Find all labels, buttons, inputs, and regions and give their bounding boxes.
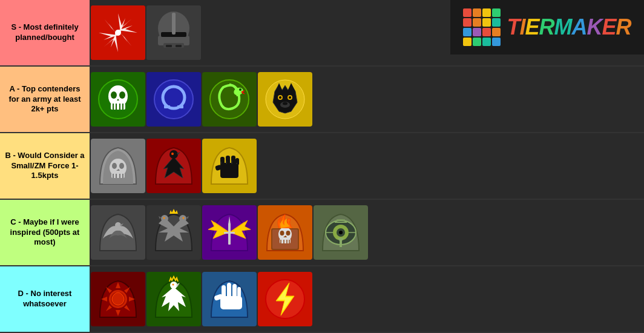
tier-item-b2[interactable]	[146, 139, 201, 193]
svg-point-86	[280, 231, 284, 236]
svg-rect-17	[176, 45, 182, 47]
tier-item-b3[interactable]	[202, 139, 257, 193]
tier-label-d: D - No interest whatsoever	[0, 266, 90, 332]
svg-point-87	[286, 231, 291, 236]
svg-rect-122	[220, 296, 242, 309]
svg-point-57	[169, 150, 178, 159]
svg-point-116	[172, 284, 174, 286]
tier-item-a3[interactable]	[202, 72, 257, 127]
svg-point-23	[119, 91, 125, 99]
tier-item-s1[interactable]	[91, 5, 145, 60]
svg-point-76	[183, 217, 185, 219]
tier-item-c4[interactable]	[258, 205, 312, 260]
tiermaker-logo: TiERMAKER	[463, 8, 631, 46]
tier-item-d2[interactable]	[146, 272, 201, 326]
tier-item-b1[interactable]	[91, 139, 145, 193]
tier-label-c: C - Maybe if I were inspired (500pts at …	[0, 200, 90, 265]
svg-point-44	[289, 96, 291, 99]
tier-row-s: S - Most definitely planned/bought	[0, 0, 644, 67]
svg-point-43	[279, 96, 281, 99]
tier-item-s2[interactable]	[146, 5, 201, 60]
svg-point-58	[171, 153, 174, 155]
tier-item-c2[interactable]	[146, 205, 201, 260]
svg-rect-100	[340, 239, 342, 247]
svg-point-50	[112, 163, 117, 169]
svg-point-22	[111, 91, 117, 99]
tier-item-c5[interactable]	[314, 205, 368, 260]
svg-point-36	[239, 88, 242, 91]
tier-item-a4[interactable]	[258, 72, 312, 127]
tiermaker-header: TiERMAKER	[450, 0, 644, 54]
tier-item-d1[interactable]	[91, 272, 145, 326]
tier-label-a: A - Top contenders for an army at least …	[0, 67, 90, 132]
svg-point-51	[119, 163, 124, 169]
svg-rect-16	[166, 45, 172, 47]
tier-item-c1[interactable]	[91, 205, 145, 260]
tier-label-s: S - Most definitely planned/bought	[0, 0, 90, 65]
logo-grid	[463, 8, 501, 46]
tier-items-a	[90, 67, 644, 132]
svg-rect-32	[177, 105, 183, 108]
tier-items-c	[90, 200, 644, 265]
tier-item-d4[interactable]	[258, 272, 312, 326]
tier-row-b: B - Would Consider a Small/ZM Force 1-1.…	[0, 133, 644, 200]
tier-table: S - Most definitely planned/bought	[0, 0, 644, 333]
svg-point-71	[115, 222, 121, 228]
tiermaker-text: TiERMAKER	[507, 15, 631, 40]
tier-items-d	[90, 266, 644, 332]
tier-row-a: A - Top contenders for an army at least …	[0, 67, 644, 133]
tier-item-d3[interactable]	[202, 272, 257, 326]
svg-rect-78	[228, 223, 231, 245]
tier-item-a1[interactable]	[91, 72, 145, 127]
tier-label-b: B - Would Consider a Small/ZM Force 1-1.…	[0, 133, 90, 199]
svg-point-9	[115, 30, 121, 36]
svg-rect-79	[224, 232, 235, 234]
tier-row-c: C - Maybe if I were inspired (500pts at …	[0, 200, 644, 266]
tier-item-c3[interactable]	[202, 205, 257, 260]
tier-items-b	[90, 133, 644, 199]
tier-row-d: D - No interest whatsoever	[0, 266, 644, 333]
svg-point-46	[283, 102, 288, 105]
svg-rect-14	[172, 13, 176, 35]
svg-rect-64	[235, 158, 239, 165]
svg-point-75	[163, 217, 165, 219]
svg-rect-31	[164, 105, 170, 108]
tier-item-a2[interactable]	[146, 72, 201, 127]
svg-point-96	[339, 231, 343, 234]
